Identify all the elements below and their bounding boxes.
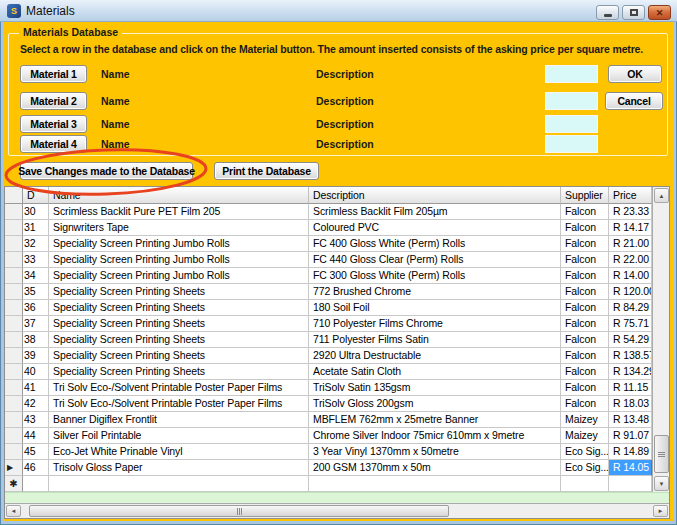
cell-name[interactable]: Signwriters Tape <box>49 220 309 236</box>
cell-supplier[interactable]: Falcon <box>561 284 609 300</box>
cell-price[interactable]: R 13.48 <box>609 412 652 428</box>
scroll-down-icon[interactable]: ▼ <box>654 476 669 491</box>
row-selector[interactable] <box>5 316 23 332</box>
cell-supplier[interactable]: Falcon <box>561 268 609 284</box>
titlebar[interactable]: S Materials ✕ <box>0 0 677 22</box>
row-selector[interactable] <box>5 220 23 236</box>
cell-name[interactable]: Speciality Screen Printing Sheets <box>49 316 309 332</box>
row-selector[interactable] <box>5 348 23 364</box>
table-row[interactable]: ▶ 46 Trisolv Gloss Paper 200 GSM 1370mm … <box>5 460 652 476</box>
cell-description[interactable]: FC 300 Gloss White (Perm) Rolls <box>309 268 561 284</box>
cell-name[interactable]: Speciality Screen Printing Jumbo Rolls <box>49 236 309 252</box>
table-row[interactable]: 37 Speciality Screen Printing Sheets 710… <box>5 316 652 332</box>
row-selector[interactable] <box>5 268 23 284</box>
header-name[interactable]: Name <box>49 187 309 204</box>
cell-id[interactable]: 32 <box>23 236 49 252</box>
cell-price[interactable]: R 11.15 <box>609 380 652 396</box>
row-selector[interactable] <box>5 300 23 316</box>
cell-id[interactable]: 39 <box>23 348 49 364</box>
cell-supplier[interactable]: Maizey <box>561 412 609 428</box>
table-row[interactable]: 43 Banner Digiflex Frontlit MBFLEM 762mm… <box>5 412 652 428</box>
table-row[interactable]: 36 Speciality Screen Printing Sheets 180… <box>5 300 652 316</box>
new-row-marker-icon[interactable]: ✱ <box>5 476 23 492</box>
cell-description[interactable]: Coloured PVC <box>309 220 561 236</box>
table-row[interactable]: 30 Scrimless Backlit Pure PET Film 205 S… <box>5 204 652 220</box>
cell-id[interactable]: 30 <box>23 204 49 220</box>
header-supplier[interactable]: Supplier <box>561 187 609 204</box>
material-3-price-field[interactable] <box>545 115 598 133</box>
cell-supplier[interactable]: Eco Sig... <box>561 460 609 476</box>
cell-price[interactable]: R 84.29 <box>609 300 652 316</box>
cell-description[interactable]: 200 GSM 1370mm x 50m <box>309 460 561 476</box>
row-selector[interactable] <box>5 444 23 460</box>
cell-description[interactable]: 180 Soil Foil <box>309 300 561 316</box>
cell-id[interactable]: 36 <box>23 300 49 316</box>
cell-description[interactable]: FC 440 Gloss Clear (Perm) Rolls <box>309 252 561 268</box>
cell-supplier[interactable]: Falcon <box>561 364 609 380</box>
row-selector[interactable] <box>5 332 23 348</box>
cell-description[interactable]: 772 Brushed Chrome <box>309 284 561 300</box>
cell-price[interactable]: R 120.00 <box>609 284 652 300</box>
cell-name[interactable]: Silver Foil Printable <box>49 428 309 444</box>
cell-supplier[interactable]: Falcon <box>561 300 609 316</box>
cell-id[interactable]: 31 <box>23 220 49 236</box>
table-row[interactable]: 44 Silver Foil Printable Chrome Silver I… <box>5 428 652 444</box>
cell-name[interactable]: Speciality Screen Printing Jumbo Rolls <box>49 252 309 268</box>
cell-description[interactable]: TriSolv Gloss 200gsm <box>309 396 561 412</box>
table-row[interactable]: 34 Speciality Screen Printing Jumbo Roll… <box>5 268 652 284</box>
table-row[interactable]: 42 Tri Solv Eco-/Solvent Printable Poste… <box>5 396 652 412</box>
row-selector[interactable] <box>5 380 23 396</box>
cell-price[interactable]: R 14.89 <box>609 444 652 460</box>
save-changes-button[interactable]: Save Changes made to the Database <box>20 162 193 180</box>
table-row[interactable]: 38 Speciality Screen Printing Sheets 711… <box>5 332 652 348</box>
cell-supplier[interactable]: Falcon <box>561 316 609 332</box>
cell-supplier[interactable]: Falcon <box>561 380 609 396</box>
header-id[interactable]: D <box>23 187 49 204</box>
cell-price[interactable]: R 22.00 <box>609 252 652 268</box>
cell-name[interactable]: Tri Solv Eco-/Solvent Printable Poster P… <box>49 396 309 412</box>
cell-name[interactable]: Banner Digiflex Frontlit <box>49 412 309 428</box>
cell-price[interactable]: R 54.29 <box>609 332 652 348</box>
table-row[interactable]: 40 Speciality Screen Printing Sheets Ace… <box>5 364 652 380</box>
cell-price[interactable]: R 134.29 <box>609 364 652 380</box>
row-selector[interactable] <box>5 236 23 252</box>
row-selector[interactable] <box>5 204 23 220</box>
cell-id[interactable]: 34 <box>23 268 49 284</box>
cell-description[interactable]: 3 Year Vinyl 1370mm x 50metre <box>309 444 561 460</box>
row-selector[interactable] <box>5 412 23 428</box>
cell-supplier[interactable]: Falcon <box>561 252 609 268</box>
cell-price[interactable]: R 75.71 <box>609 316 652 332</box>
cell-name[interactable]: Tri Solv Eco-/Solvent Printable Poster P… <box>49 380 309 396</box>
cell-description[interactable]: Scrimless Backlit Film 205µm <box>309 204 561 220</box>
material-3-button[interactable]: Material 3 <box>20 115 87 133</box>
cell-name[interactable]: Speciality Screen Printing Sheets <box>49 300 309 316</box>
table-row[interactable]: 39 Speciality Screen Printing Sheets 292… <box>5 348 652 364</box>
cell-price[interactable]: R 91.07 <box>609 428 652 444</box>
cell-id[interactable]: 46 <box>23 460 49 476</box>
material-1-price-field[interactable] <box>545 65 598 83</box>
cancel-button[interactable]: Cancel <box>605 92 663 110</box>
material-1-button[interactable]: Material 1 <box>20 65 87 83</box>
horizontal-scrollbar[interactable]: ◄ ► <box>5 503 669 518</box>
cell-description[interactable]: 2920 Ultra Destructable <box>309 348 561 364</box>
header-price[interactable]: Price <box>609 187 652 204</box>
close-button[interactable]: ✕ <box>648 5 671 20</box>
cell-supplier[interactable]: Falcon <box>561 332 609 348</box>
cell-supplier[interactable]: Falcon <box>561 204 609 220</box>
maximize-button[interactable] <box>622 5 645 20</box>
material-2-price-field[interactable] <box>545 92 598 110</box>
cell-id[interactable]: 42 <box>23 396 49 412</box>
vertical-scroll-thumb[interactable] <box>654 435 669 473</box>
print-database-button[interactable]: Print the Database <box>214 162 319 180</box>
row-selector[interactable] <box>5 284 23 300</box>
cell-price[interactable]: R 14.05 <box>609 460 652 476</box>
cell-id[interactable]: 45 <box>23 444 49 460</box>
minimize-button[interactable] <box>596 5 619 20</box>
row-selector[interactable]: ▶ <box>5 460 23 476</box>
cell-id[interactable]: 35 <box>23 284 49 300</box>
cell-id[interactable]: 38 <box>23 332 49 348</box>
ok-button[interactable]: OK <box>608 65 662 83</box>
cell-name[interactable]: Eco-Jet White Prinable Vinyl <box>49 444 309 460</box>
table-row[interactable]: 32 Speciality Screen Printing Jumbo Roll… <box>5 236 652 252</box>
cell-description[interactable]: Acetate Satin Cloth <box>309 364 561 380</box>
